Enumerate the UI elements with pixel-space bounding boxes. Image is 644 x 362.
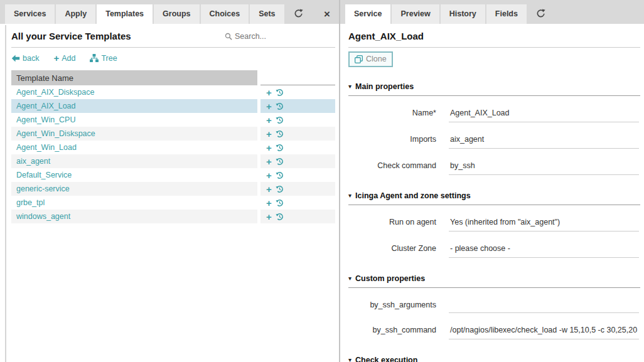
- tab-templates[interactable]: Templates: [97, 4, 153, 26]
- template-name-cell: grbe_tpl: [11, 196, 257, 210]
- table-row[interactable]: Agent_Win_Diskspace+: [11, 127, 335, 141]
- template-link[interactable]: Agent_AIX_Load: [16, 102, 76, 110]
- add-service-icon[interactable]: +: [266, 143, 272, 152]
- tree-link-label: Tree: [101, 54, 117, 63]
- add-service-icon[interactable]: +: [266, 88, 272, 97]
- left-tabbar: Services Apply Templates Groups Choices …: [0, 0, 339, 24]
- template-name-cell: Default_Service: [11, 168, 257, 182]
- section-header-agent-zone-settings[interactable]: ▾ Icinga Agent and zone settings: [348, 191, 640, 205]
- run-on-agent-field[interactable]: Yes (inherited from "aix_agent"): [449, 214, 639, 232]
- table-row[interactable]: generic-service+: [11, 182, 335, 196]
- table-row[interactable]: Default_Service+: [11, 168, 335, 182]
- table-row[interactable]: Agent_Win_CPU+: [11, 113, 335, 127]
- column-header-template-name[interactable]: Template Name: [11, 70, 257, 85]
- close-icon[interactable]: ×: [324, 9, 330, 19]
- template-link[interactable]: Agent_Win_CPU: [16, 115, 76, 124]
- template-link[interactable]: Agent_AIX_Diskspace: [16, 88, 94, 97]
- template-link[interactable]: aix_agent: [16, 157, 50, 166]
- tab-fields[interactable]: Fields: [486, 4, 527, 24]
- history-icon[interactable]: [276, 130, 284, 138]
- add-service-icon[interactable]: +: [266, 184, 272, 194]
- section-header-custom-properties[interactable]: ▾ Custom properties: [348, 274, 640, 288]
- tab-sets[interactable]: Sets: [250, 4, 284, 24]
- table-body: Agent_AIX_Diskspace+Agent_AIX_Load+Agent…: [11, 85, 335, 223]
- template-link[interactable]: Default_Service: [16, 171, 72, 179]
- by-ssh-arguments-field[interactable]: [449, 297, 639, 313]
- section-title-label: Custom properties: [355, 274, 425, 283]
- row-actions-cell: +: [260, 127, 335, 141]
- add-service-icon[interactable]: +: [266, 171, 272, 180]
- table-row[interactable]: grbe_tpl+: [11, 196, 335, 210]
- clone-button-label: Clone: [366, 55, 387, 63]
- search-input[interactable]: [235, 32, 286, 41]
- template-link[interactable]: grbe_tpl: [16, 198, 45, 207]
- plus-icon: +: [53, 53, 59, 63]
- template-name-cell: Agent_Win_CPU: [11, 113, 257, 127]
- refresh-icon[interactable]: [536, 9, 545, 18]
- row-actions-cell: +: [260, 99, 335, 113]
- template-link[interactable]: Agent_Win_Diskspace: [16, 129, 95, 138]
- row-actions-cell: +: [260, 182, 335, 196]
- template-link[interactable]: generic-service: [16, 184, 70, 193]
- history-icon[interactable]: [276, 102, 284, 110]
- cluster-zone-field[interactable]: - please choose -: [449, 240, 639, 258]
- row-actions-cell: +: [260, 113, 335, 127]
- add-service-icon[interactable]: +: [266, 129, 272, 139]
- add-service-icon[interactable]: +: [266, 198, 272, 208]
- tab-preview[interactable]: Preview: [392, 4, 439, 24]
- table-row[interactable]: windows_agent+: [11, 210, 335, 223]
- history-icon[interactable]: [276, 88, 284, 97]
- tab-groups[interactable]: Groups: [154, 4, 199, 24]
- template-name-cell: Agent_Win_Load: [11, 141, 257, 154]
- right-tabbar: Service Preview History Fields: [340, 0, 644, 24]
- table-row[interactable]: Agent_AIX_Load+: [11, 99, 335, 113]
- tab-services[interactable]: Services: [5, 4, 55, 24]
- history-icon[interactable]: [276, 213, 284, 221]
- section-custom-properties: ▾ Custom properties by_ssh_arguments by_…: [348, 274, 640, 339]
- tree-link[interactable]: Tree: [90, 54, 117, 63]
- table-row[interactable]: Agent_AIX_Diskspace+: [11, 85, 335, 99]
- panel-edge-line: [5, 25, 6, 362]
- refresh-icon[interactable]: [294, 9, 303, 18]
- template-link[interactable]: windows_agent: [16, 212, 70, 221]
- run-on-agent-label: Run on agent: [348, 214, 436, 232]
- table-row[interactable]: aix_agent+: [11, 154, 335, 168]
- template-name-cell: aix_agent: [11, 154, 257, 168]
- tree-icon: [90, 54, 99, 62]
- add-service-icon[interactable]: +: [266, 115, 272, 125]
- history-icon[interactable]: [276, 116, 284, 124]
- template-title: Agent_AIX_Load: [348, 31, 424, 41]
- add-link-label: Add: [62, 54, 75, 63]
- section-header-check-execution[interactable]: ▾ Check execution: [348, 356, 640, 362]
- field-row: by_ssh_command /opt/nagios/libexec/check…: [348, 322, 640, 339]
- table-row[interactable]: Agent_Win_Load+: [11, 141, 335, 154]
- tab-choices[interactable]: Choices: [201, 4, 249, 24]
- check-command-field[interactable]: by_ssh: [449, 157, 639, 175]
- history-icon[interactable]: [276, 171, 284, 179]
- history-icon[interactable]: [276, 144, 284, 152]
- add-service-icon[interactable]: +: [266, 102, 272, 111]
- history-icon[interactable]: [276, 185, 284, 193]
- history-icon[interactable]: [276, 199, 284, 207]
- add-service-icon[interactable]: +: [266, 157, 272, 166]
- tab-apply[interactable]: Apply: [56, 4, 95, 24]
- add-link[interactable]: + Add: [53, 53, 75, 63]
- add-service-icon[interactable]: +: [266, 212, 272, 221]
- right-panel-content: Agent_AIX_Load Clone ▾ Main properties: [340, 24, 644, 362]
- tab-service[interactable]: Service: [345, 4, 390, 26]
- template-link[interactable]: Agent_Win_Load: [16, 143, 77, 152]
- templates-table: Template Name Agent_AIX_Diskspace+Agent_…: [11, 70, 335, 223]
- by-ssh-command-field[interactable]: /opt/nagios/libexec/check_load -w 15,10,…: [449, 322, 639, 339]
- back-link[interactable]: back: [11, 54, 39, 63]
- service-templates-panel: Services Apply Templates Groups Choices …: [0, 0, 339, 362]
- history-icon[interactable]: [276, 157, 284, 166]
- imports-field[interactable]: aix_agent: [449, 131, 639, 149]
- name-field[interactable]: Agent_AIX_Load: [449, 105, 639, 122]
- section-header-main-properties[interactable]: ▾ Main properties: [348, 82, 640, 96]
- collapse-caret-icon: ▾: [348, 83, 352, 90]
- tab-history[interactable]: History: [441, 4, 485, 24]
- clone-button[interactable]: Clone: [348, 51, 393, 67]
- section-main-properties: ▾ Main properties Name* Agent_AIX_Load I…: [348, 82, 640, 175]
- field-row: Name* Agent_AIX_Load: [348, 105, 640, 122]
- section-title-label: Check execution: [355, 356, 417, 362]
